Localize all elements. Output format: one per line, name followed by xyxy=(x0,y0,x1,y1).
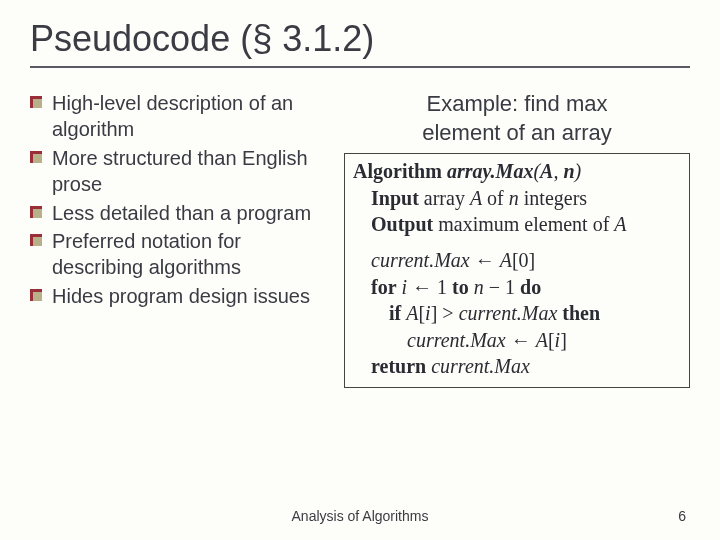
list-item: Less detailed than a program xyxy=(30,200,330,226)
algo-arg: n xyxy=(563,160,574,182)
assign-icon: ← xyxy=(470,249,500,271)
algo-name: array.Max xyxy=(447,160,533,182)
algo-text: [0] xyxy=(512,249,535,271)
algo-keyword: return xyxy=(371,355,426,377)
square-bullet-icon xyxy=(30,206,42,218)
algo-var: n xyxy=(474,276,484,298)
algo-keyword: do xyxy=(520,276,541,298)
algo-line: return current.Max xyxy=(353,353,681,379)
algo-var: current.Max xyxy=(371,249,470,271)
slide: Pseudocode (§ 3.1.2) High-level descript… xyxy=(0,0,720,540)
body-row: High-level description of an algorithm M… xyxy=(30,90,690,388)
algo-keyword: Output xyxy=(371,213,433,235)
algo-var: A xyxy=(500,249,512,271)
algo-text: ] xyxy=(560,329,567,351)
algo-op: > xyxy=(437,302,458,324)
algo-output: Output maximum element of A xyxy=(353,211,681,237)
svg-rect-9 xyxy=(33,292,42,301)
algo-line: current.Max ← A[i] xyxy=(353,327,681,353)
algo-var: n xyxy=(509,187,519,209)
footer-text: Analysis of Algorithms xyxy=(0,508,720,524)
algo-op: − xyxy=(484,276,505,298)
algo-var: current.Max xyxy=(407,329,506,351)
list-item: Preferred notation for describing algori… xyxy=(30,228,330,281)
title-area: Pseudocode (§ 3.1.2) xyxy=(30,18,690,68)
algo-text: [ xyxy=(548,329,555,351)
algo-keyword: then xyxy=(562,302,600,324)
square-bullet-icon xyxy=(30,151,42,163)
algo-keyword: for xyxy=(371,276,397,298)
bullet-text: Hides program design issues xyxy=(52,285,310,307)
slide-title: Pseudocode (§ 3.1.2) xyxy=(30,18,690,60)
list-item: High-level description of an algorithm xyxy=(30,90,330,143)
assign-icon: ← xyxy=(407,276,437,298)
bullet-text: High-level description of an algorithm xyxy=(52,92,293,140)
example-caption: Example: find max element of an array xyxy=(344,90,690,147)
algo-line: for i ← 1 to n − 1 do xyxy=(353,274,681,300)
left-column: High-level description of an algorithm M… xyxy=(30,90,330,311)
bullet-list: High-level description of an algorithm M… xyxy=(30,90,330,309)
caption-line: Example: find max xyxy=(427,91,608,116)
square-bullet-icon xyxy=(30,96,42,108)
algo-var: A xyxy=(536,329,548,351)
algo-text: integers xyxy=(519,187,587,209)
bullet-text: Less detailed than a program xyxy=(52,202,311,224)
algo-var: current.Max xyxy=(431,355,530,377)
algo-header: Algorithm array.Max(A, n) xyxy=(353,158,681,184)
footer-label: Analysis of Algorithms xyxy=(292,508,429,524)
square-bullet-icon xyxy=(30,234,42,246)
bullet-text: Preferred notation for describing algori… xyxy=(52,230,241,278)
algo-var: A xyxy=(614,213,626,235)
svg-rect-7 xyxy=(33,237,42,246)
bullet-text: More structured than English prose xyxy=(52,147,308,195)
svg-rect-1 xyxy=(33,99,42,108)
assign-icon: ← xyxy=(506,329,536,351)
page-number: 6 xyxy=(678,508,686,524)
algo-line: current.Max ← A[0] xyxy=(353,247,681,273)
caption-line: element of an array xyxy=(422,120,612,145)
algo-var: A xyxy=(470,187,482,209)
algo-arg: A xyxy=(540,160,553,182)
algo-var: A xyxy=(406,302,418,324)
square-bullet-icon xyxy=(30,289,42,301)
algo-keyword: Algorithm xyxy=(353,160,442,182)
algo-keyword: Input xyxy=(371,187,419,209)
algo-text: array xyxy=(419,187,470,209)
algo-text: of xyxy=(482,187,509,209)
list-item: Hides program design issues xyxy=(30,283,330,309)
algo-var: current.Max xyxy=(459,302,558,324)
algo-line: if A[i] > current.Max then xyxy=(353,300,681,326)
algo-paren: ) xyxy=(575,160,582,182)
algo-comma: , xyxy=(553,160,563,182)
right-column: Example: find max element of an array Al… xyxy=(344,90,690,388)
algorithm-box: Algorithm array.Max(A, n) Input array A … xyxy=(344,153,690,388)
algo-keyword: if xyxy=(389,302,401,324)
svg-rect-3 xyxy=(33,154,42,163)
algo-num: 1 xyxy=(505,276,515,298)
svg-rect-5 xyxy=(33,209,42,218)
algo-num: 1 xyxy=(437,276,447,298)
algo-input: Input array A of n integers xyxy=(353,185,681,211)
algo-blank xyxy=(353,237,681,247)
algo-keyword: to xyxy=(452,276,469,298)
list-item: More structured than English prose xyxy=(30,145,330,198)
algo-text: maximum element of xyxy=(433,213,614,235)
